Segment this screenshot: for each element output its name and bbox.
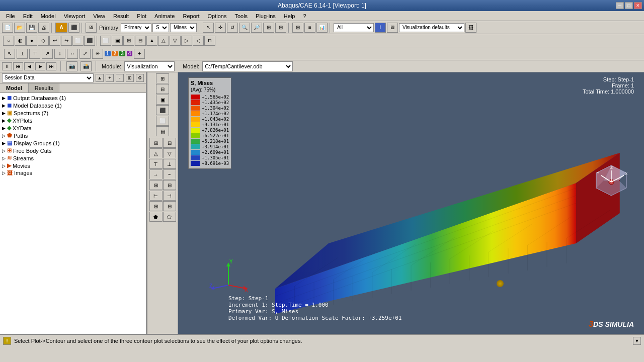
tree-paths[interactable]: ▷ ⬟ Paths <box>1 132 145 139</box>
viewport[interactable]: S, Mises (Avg: 75%) +1.565e+02 +1.435e+0… <box>178 72 644 334</box>
tb-snapshot1[interactable]: 📷 <box>66 61 77 71</box>
rv-pair6a[interactable]: ⊢ <box>149 191 163 201</box>
tb-zoom-in[interactable]: 🔎 <box>251 23 262 33</box>
rv-pair5a[interactable]: ⊞ <box>149 180 163 190</box>
menu-plot[interactable]: Plot <box>133 13 150 20</box>
rv-pair6b[interactable]: ⊣ <box>163 191 176 201</box>
rv-pair7b[interactable]: ⊟ <box>163 201 176 211</box>
menu-plugins[interactable]: Plug-ins <box>252 13 280 20</box>
tb-box1[interactable]: ⬜ <box>100 36 111 46</box>
minimize-button[interactable]: ─ <box>616 2 624 9</box>
all-select[interactable]: All <box>334 23 374 32</box>
tb-move[interactable]: ✛ <box>215 23 226 33</box>
tree-display-groups[interactable]: ▶ ▤ Display Groups (1) <box>1 139 145 147</box>
tree-xydata[interactable]: ▶ ◆ XYData <box>1 124 145 132</box>
num2-badge[interactable]: 2 <box>112 51 118 56</box>
rv-btn3[interactable]: ▣ <box>156 95 169 105</box>
start-btn[interactable]: ⏮ <box>13 62 23 70</box>
tb-circle[interactable]: ○ <box>3 36 14 46</box>
session-up[interactable]: ▲ <box>96 74 104 82</box>
rv-pair2a[interactable]: △ <box>149 148 163 158</box>
tree-output-databases[interactable]: ▶ ◼ Output Databases (1) <box>1 94 145 102</box>
tb-icon2[interactable]: ⬛ <box>68 23 79 33</box>
menu-model[interactable]: Model <box>37 13 60 20</box>
tb-view1[interactable]: ⬜ <box>72 36 84 46</box>
status-scroll[interactable]: ▼ <box>633 337 641 345</box>
tb-sym2[interactable]: ↔ <box>67 49 78 59</box>
close-button[interactable]: ✕ <box>634 2 642 9</box>
rv-pair4b[interactable]: ~ <box>163 169 176 179</box>
rv-pair7a[interactable]: ⊞ <box>149 201 163 211</box>
session-filter[interactable]: ⊞ <box>126 74 134 82</box>
tb-rotate[interactable]: ↺ <box>227 23 238 33</box>
rv-btn4[interactable]: ⬛ <box>156 105 169 115</box>
menu-file[interactable]: File <box>2 13 19 20</box>
tb-mesh1[interactable]: ⊞ <box>123 36 134 46</box>
tb-3d5[interactable]: ◁ <box>193 36 204 46</box>
tb-open[interactable]: 📂 <box>14 23 25 33</box>
tb-viewport[interactable]: 🖥 <box>86 23 97 33</box>
tb-list[interactable]: ≡ <box>304 23 315 33</box>
menu-report[interactable]: Report <box>179 13 203 20</box>
session-settings[interactable]: ⚙ <box>136 74 144 82</box>
rv-pair4a[interactable]: → <box>149 169 163 179</box>
tb-print[interactable]: 🖨 <box>38 23 49 33</box>
tb-new[interactable]: 📄 <box>2 23 13 33</box>
menu-edit[interactable]: Edit <box>19 13 37 20</box>
menu-animate[interactable]: Animate <box>150 13 179 20</box>
tree-model-database[interactable]: ▶ ◼ Model Database (1) <box>1 102 145 109</box>
menu-help[interactable]: Help <box>280 13 299 20</box>
tb-3d2[interactable]: △ <box>158 36 169 46</box>
tree-spectrums[interactable]: ▶ ▣ Spectrums (7) <box>1 109 145 117</box>
tb-diamond[interactable]: ◇ <box>38 36 49 46</box>
num3-badge[interactable]: 3 <box>119 51 125 56</box>
pause-btn[interactable]: ⏸ <box>2 62 12 70</box>
tb-mesh2[interactable]: ⊟ <box>135 36 146 46</box>
rv-pair2b[interactable]: ▽ <box>163 148 176 158</box>
tb-vis2[interactable]: 🖼 <box>465 23 476 33</box>
tb-snapshot2[interactable]: 📸 <box>80 61 92 71</box>
tb-sym3[interactable]: ⤢ <box>79 49 91 59</box>
tb-redo[interactable]: ↪ <box>61 36 72 46</box>
menu-result[interactable]: Result <box>109 13 133 20</box>
tb-chart[interactable]: 📊 <box>316 23 328 33</box>
tb-star[interactable]: ✦ <box>134 49 145 59</box>
prev-btn[interactable]: ◀ <box>24 62 34 70</box>
play-btn[interactable]: ▶ <box>35 62 45 70</box>
vis-select[interactable]: Visualization defaults <box>399 23 464 32</box>
tree-free-body-cuts[interactable]: ▷ ⊞ Free Body Cuts <box>1 147 145 154</box>
tb-3d3[interactable]: ▽ <box>170 36 181 46</box>
menu-view[interactable]: View <box>89 13 109 20</box>
module-select[interactable]: Visualization <box>124 61 175 71</box>
end-btn[interactable]: ⏭ <box>46 62 56 70</box>
mises-select[interactable]: Mises <box>170 23 197 32</box>
rv-pair1a[interactable]: ⊞ <box>149 138 163 148</box>
tree-images[interactable]: ▷ 🖼 Images <box>1 169 145 176</box>
rv-pair8a[interactable]: ⬟ <box>149 212 163 222</box>
s-select[interactable]: S <box>152 23 169 32</box>
model-select[interactable]: C:/Temp/Cantilever.odb <box>202 61 293 71</box>
menu-options[interactable]: Options <box>203 13 230 20</box>
tb-sym4[interactable]: ✳ <box>92 49 103 59</box>
tb-undo[interactable]: ↩ <box>49 36 60 46</box>
tb-perp[interactable]: ⊥ <box>17 49 28 59</box>
play-controls[interactable]: ⏸ ⏮ ◀ ▶ ⏭ <box>2 62 56 70</box>
rv-pair3a[interactable]: ⊤ <box>149 159 163 169</box>
rv-btn6[interactable]: ▤ <box>156 126 169 136</box>
window-controls[interactable]: ─ □ ✕ <box>616 2 642 9</box>
tb-3d4[interactable]: ▷ <box>181 36 192 46</box>
tree-movies[interactable]: ▷ ▶ Movies <box>1 162 145 169</box>
tb-info[interactable]: i <box>375 23 386 33</box>
tb-box2[interactable]: ▣ <box>112 36 123 46</box>
tb-arrow2[interactable]: ↖ <box>4 49 15 59</box>
primary-select[interactable]: Primary <box>121 23 151 32</box>
session-select[interactable]: Session Data <box>2 73 94 82</box>
tb-sphere[interactable]: ● <box>26 36 37 46</box>
tb-view2[interactable]: ⬛ <box>84 36 95 46</box>
rv-pair3b[interactable]: ⊥ <box>163 159 176 169</box>
rv-pair1b[interactable]: ⊟ <box>163 138 176 148</box>
tb-ellipse[interactable]: ◐ <box>15 36 26 46</box>
tb-grid[interactable]: ⊞ <box>292 23 303 33</box>
tb-fit[interactable]: ⊞ <box>263 23 274 33</box>
num4-badge[interactable]: 4 <box>127 51 133 56</box>
